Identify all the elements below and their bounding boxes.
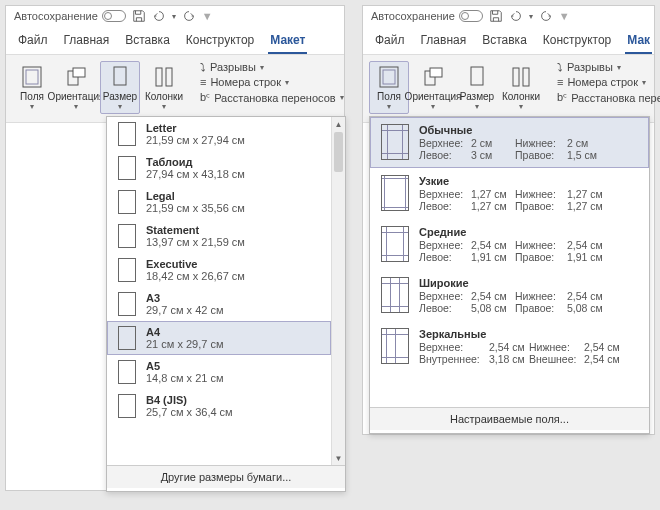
margin-icon bbox=[381, 328, 409, 364]
size-dim: 14,8 см x 21 см bbox=[146, 372, 224, 384]
margin-icon bbox=[381, 124, 409, 160]
titlebar: Автосохранение ▾ ▼ bbox=[363, 6, 654, 26]
page-icon bbox=[118, 190, 136, 214]
ribbon-tabs: Файл Главная Вставка Конструктор Мак bbox=[363, 26, 654, 55]
save-icon[interactable] bbox=[132, 9, 146, 23]
size-option[interactable]: B4 (JIS) 25,7 см x 36,4 см bbox=[107, 389, 331, 423]
page-icon bbox=[118, 360, 136, 384]
ribbon-tabs: Файл Главная Вставка Конструктор Макет bbox=[6, 26, 344, 55]
size-option[interactable]: Таблоид 27,94 см x 43,18 см bbox=[107, 151, 331, 185]
tab-design[interactable]: Конструктор bbox=[184, 30, 256, 54]
autosave-toggle[interactable]: Автосохранение bbox=[14, 10, 126, 22]
tab-home[interactable]: Главная bbox=[62, 30, 112, 54]
columns-button[interactable]: Колонки▾ bbox=[144, 61, 184, 114]
size-name: A5 bbox=[146, 360, 224, 372]
scroll-up-icon[interactable]: ▲ bbox=[332, 117, 345, 131]
size-dropdown: Letter 21,59 см x 27,94 см Таблоид 27,94… bbox=[106, 116, 346, 492]
more-paper-sizes[interactable]: Другие размеры бумаги... bbox=[107, 465, 345, 488]
ribbon: Поля▾ Ориентация▾ Размер▾ Колонки▾ ⤵Разр… bbox=[363, 55, 654, 123]
size-dim: 18,42 см x 26,67 см bbox=[146, 270, 245, 282]
page-icon bbox=[118, 122, 136, 146]
size-button[interactable]: Размер▾ bbox=[457, 61, 497, 114]
size-name: B4 (JIS) bbox=[146, 394, 233, 406]
size-option[interactable]: A3 29,7 см x 42 см bbox=[107, 287, 331, 321]
svg-rect-10 bbox=[430, 68, 442, 77]
page-icon bbox=[118, 292, 136, 316]
undo-icon[interactable] bbox=[509, 9, 523, 23]
margin-icon bbox=[381, 175, 409, 211]
margin-icon bbox=[381, 226, 409, 262]
size-dim: 13,97 см x 21,59 см bbox=[146, 236, 245, 248]
size-dim: 29,7 см x 42 см bbox=[146, 304, 224, 316]
scrollbar[interactable]: ▲ ▼ bbox=[331, 117, 345, 465]
redo-icon[interactable] bbox=[182, 9, 196, 23]
save-icon[interactable] bbox=[489, 9, 503, 23]
tab-insert[interactable]: Вставка bbox=[123, 30, 172, 54]
size-button[interactable]: Размер▾ bbox=[100, 61, 140, 114]
breaks-button[interactable]: ⤵Разрывы ▾ bbox=[200, 61, 344, 73]
size-dim: 25,7 см x 36,4 см bbox=[146, 406, 233, 418]
tab-insert[interactable]: Вставка bbox=[480, 30, 529, 54]
margin-option[interactable]: Узкие Верхнее:1,27 смНижнее:1,27 см Лево… bbox=[370, 168, 649, 219]
breaks-button[interactable]: ⤵Разрывы ▾ bbox=[557, 61, 660, 73]
size-option[interactable]: Letter 21,59 см x 27,94 см bbox=[107, 117, 331, 151]
hyphenation-button[interactable]: bᶜРасстановка переносов ▾ bbox=[200, 91, 344, 104]
tab-file[interactable]: Файл bbox=[16, 30, 50, 54]
line-numbers-button[interactable]: ≡Номера строк ▾ bbox=[200, 76, 344, 88]
margin-option[interactable]: Обычные Верхнее:2 смНижнее:2 см Левое:3 … bbox=[370, 117, 649, 168]
margin-name: Зеркальные bbox=[419, 328, 638, 340]
svg-rect-1 bbox=[26, 70, 38, 84]
page-icon bbox=[118, 156, 136, 180]
svg-rect-3 bbox=[73, 68, 85, 77]
margin-option-mirror[interactable]: Зеркальные Верхнее:2,54 смНижнее:2,54 см… bbox=[370, 321, 649, 372]
size-name: Таблоид bbox=[146, 156, 245, 168]
tab-file[interactable]: Файл bbox=[373, 30, 407, 54]
tab-layout[interactable]: Макет bbox=[268, 30, 307, 54]
size-dim: 21,59 см x 35,56 см bbox=[146, 202, 245, 214]
margins-button[interactable]: Поля▾ bbox=[369, 61, 409, 114]
undo-icon[interactable] bbox=[152, 9, 166, 23]
svg-rect-12 bbox=[513, 68, 519, 86]
size-name: Executive bbox=[146, 258, 245, 270]
scroll-down-icon[interactable]: ▼ bbox=[332, 451, 345, 465]
svg-rect-5 bbox=[156, 68, 162, 86]
size-dim: 27,94 см x 43,18 см bbox=[146, 168, 245, 180]
size-name: Statement bbox=[146, 224, 245, 236]
svg-rect-13 bbox=[523, 68, 529, 86]
line-numbers-button[interactable]: ≡Номера строк ▾ bbox=[557, 76, 660, 88]
page-icon bbox=[118, 326, 136, 350]
page-icon bbox=[118, 224, 136, 248]
word-window-size: Автосохранение ▾ ▼ Файл Главная Вставка … bbox=[5, 5, 345, 491]
page-icon bbox=[118, 258, 136, 282]
size-option[interactable]: A5 14,8 см x 21 см bbox=[107, 355, 331, 389]
size-dim: 21,59 см x 27,94 см bbox=[146, 134, 245, 146]
size-option[interactable]: Legal 21,59 см x 35,56 см bbox=[107, 185, 331, 219]
scroll-thumb[interactable] bbox=[334, 132, 343, 172]
orientation-button[interactable]: Ориентация▾ bbox=[413, 61, 453, 114]
tab-layout[interactable]: Мак bbox=[625, 30, 652, 54]
svg-rect-4 bbox=[114, 67, 126, 85]
columns-button[interactable]: Колонки▾ bbox=[501, 61, 541, 114]
tab-home[interactable]: Главная bbox=[419, 30, 469, 54]
size-name: A4 bbox=[146, 326, 224, 338]
size-option[interactable]: A4 21 см x 29,7 см bbox=[107, 321, 331, 355]
svg-rect-8 bbox=[383, 70, 395, 84]
redo-icon[interactable] bbox=[539, 9, 553, 23]
svg-rect-11 bbox=[471, 67, 483, 85]
size-option[interactable]: Executive 18,42 см x 26,67 см bbox=[107, 253, 331, 287]
margins-button[interactable]: Поля▾ bbox=[12, 61, 52, 114]
hyphenation-button[interactable]: bᶜРасстановка перенос bbox=[557, 91, 660, 104]
custom-margins[interactable]: Настраиваемые поля... bbox=[370, 407, 649, 430]
margin-option[interactable]: Средние Верхнее:2,54 смНижнее:2,54 см Ле… bbox=[370, 219, 649, 270]
tab-design[interactable]: Конструктор bbox=[541, 30, 613, 54]
margin-name: Широкие bbox=[419, 277, 638, 289]
orientation-button[interactable]: Ориентация▾ bbox=[56, 61, 96, 114]
ribbon: Поля▾ Ориентация▾ Размер▾ Колонки▾ ⤵Разр… bbox=[6, 55, 344, 123]
margin-option[interactable]: Широкие Верхнее:2,54 смНижнее:2,54 см Ле… bbox=[370, 270, 649, 321]
svg-rect-6 bbox=[166, 68, 172, 86]
margin-name: Узкие bbox=[419, 175, 638, 187]
autosave-toggle[interactable]: Автосохранение bbox=[371, 10, 483, 22]
titlebar: Автосохранение ▾ ▼ bbox=[6, 6, 344, 26]
size-option[interactable]: Statement 13,97 см x 21,59 см bbox=[107, 219, 331, 253]
page-icon bbox=[118, 394, 136, 418]
